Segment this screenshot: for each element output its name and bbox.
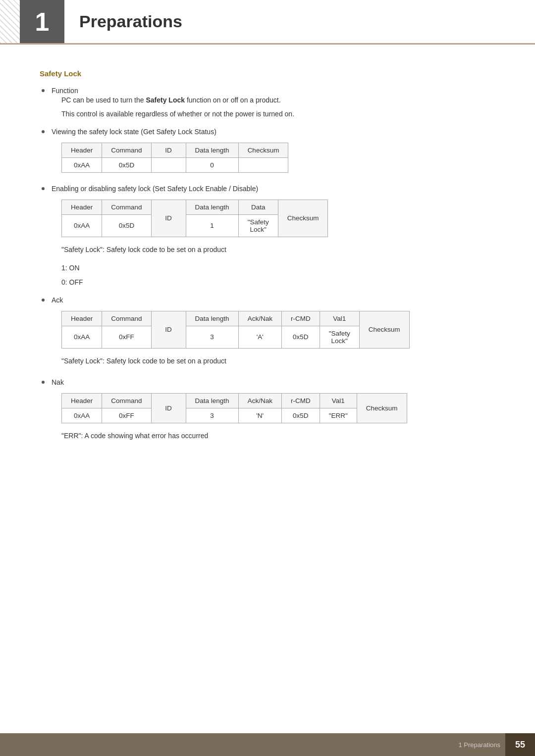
bullet-dot-nak bbox=[42, 381, 45, 384]
bullet-dot-enabling bbox=[42, 187, 45, 190]
table-get: Header Command ID Data length Checksum 0… bbox=[61, 143, 288, 173]
chapter-title-box: Preparations bbox=[64, 0, 535, 43]
ack-note: "Safety Lock": Safety lock code to be se… bbox=[52, 355, 495, 366]
th-n-id: ID bbox=[151, 393, 186, 423]
th-a-checksum: Checksum bbox=[359, 311, 409, 348]
footer-page-number: 55 bbox=[505, 733, 535, 756]
function-desc2: This control is available regardless of … bbox=[52, 108, 495, 119]
th-n-header: Header bbox=[62, 393, 102, 408]
function-desc1: PC can be used to turn the Safety Lock f… bbox=[52, 95, 495, 105]
td-s-header: 0xAA bbox=[62, 214, 102, 237]
th-s-id: ID bbox=[151, 200, 186, 237]
table-nak: Header Command ID Data length Ack/Nak r-… bbox=[61, 393, 407, 423]
td-a-header: 0xAA bbox=[62, 326, 102, 348]
table-ack-header-row: Header Command ID Data length Ack/Nak r-… bbox=[62, 311, 410, 326]
table-set-wrapper: Header Command ID Data length Data Check… bbox=[61, 200, 495, 237]
main-content: Safety Lock Function PC can be used to t… bbox=[0, 45, 535, 493]
td-n-val1: "ERR" bbox=[320, 408, 357, 423]
viewing-label: Viewing the safety lock state (Get Safet… bbox=[52, 128, 495, 136]
th-s-header: Header bbox=[62, 200, 102, 214]
section-title: Safety Lock bbox=[40, 69, 495, 78]
list-item-enabling: Enabling or disabling safety lock (Set S… bbox=[40, 185, 495, 291]
td-a-val1: "SafetyLock" bbox=[320, 326, 359, 348]
th-checksum1: Checksum bbox=[238, 143, 288, 157]
function-label: Function bbox=[52, 87, 495, 95]
list-item-function: Function PC can be used to turn the Safe… bbox=[40, 87, 495, 123]
td-datalength1: 0 bbox=[186, 157, 238, 172]
off-text: 0: OFF bbox=[52, 276, 495, 289]
table-get-wrapper: Header Command ID Data length Checksum 0… bbox=[61, 143, 495, 173]
bullet-content-enabling: Enabling or disabling safety lock (Set S… bbox=[52, 185, 495, 291]
table-get-data-row: 0xAA 0x5D 0 bbox=[62, 157, 288, 172]
td-n-header: 0xAA bbox=[62, 408, 102, 423]
list-item-ack: Ack Header Command ID Data length Ack/Na… bbox=[40, 296, 495, 373]
nak-note: "ERR": A code showing what error has occ… bbox=[52, 430, 495, 441]
ack-label: Ack bbox=[52, 296, 495, 304]
td-a-acknak: 'A' bbox=[238, 326, 281, 348]
th-a-datalength: Data length bbox=[186, 311, 238, 326]
table-nak-wrapper: Header Command ID Data length Ack/Nak r-… bbox=[61, 393, 495, 423]
table-ack-data-row: 0xAA 0xFF 3 'A' 0x5D "SafetyLock" bbox=[62, 326, 410, 348]
td-a-datalength: 3 bbox=[186, 326, 238, 348]
th-a-rcmd: r-CMD bbox=[281, 311, 320, 326]
td-a-rcmd: 0x5D bbox=[281, 326, 320, 348]
th-a-header: Header bbox=[62, 311, 102, 326]
td-command1: 0x5D bbox=[102, 157, 151, 172]
table-ack-wrapper: Header Command ID Data length Ack/Nak r-… bbox=[61, 311, 495, 349]
safety-lock-highlight: Safety Lock bbox=[146, 96, 185, 104]
th-n-rcmd: r-CMD bbox=[281, 393, 320, 408]
table-get-header-row: Header Command ID Data length Checksum bbox=[62, 143, 288, 157]
th-n-checksum: Checksum bbox=[357, 393, 407, 423]
bullet-content-nak: Nak Header Command ID Data length Ack/Na… bbox=[52, 378, 495, 448]
th-s-data: Data bbox=[238, 200, 278, 214]
td-n-command: 0xFF bbox=[102, 408, 151, 423]
th-n-datalength: Data length bbox=[186, 393, 238, 408]
td-n-rcmd: 0x5D bbox=[281, 408, 320, 423]
td-header1: 0xAA bbox=[62, 157, 102, 172]
enabling-label: Enabling or disabling safety lock (Set S… bbox=[52, 185, 495, 193]
th-n-command: Command bbox=[102, 393, 151, 408]
nak-label: Nak bbox=[52, 378, 495, 386]
table-set-header-row: Header Command ID Data length Data Check… bbox=[62, 200, 328, 214]
bullet-list: Function PC can be used to turn the Safe… bbox=[40, 87, 495, 448]
td-s-command: 0x5D bbox=[102, 214, 151, 237]
td-id1 bbox=[151, 157, 186, 172]
page-footer: 1 Preparations 55 bbox=[0, 733, 535, 756]
header-pattern bbox=[0, 0, 20, 43]
th-s-checksum: Checksum bbox=[278, 200, 328, 237]
table-ack: Header Command ID Data length Ack/Nak r-… bbox=[61, 311, 410, 349]
td-n-acknak: 'N' bbox=[238, 408, 281, 423]
th-a-val1: Val1 bbox=[320, 311, 359, 326]
th-datalength1: Data length bbox=[186, 143, 238, 157]
th-n-acknak: Ack/Nak bbox=[238, 393, 281, 408]
chapter-title: Preparations bbox=[79, 12, 182, 31]
td-s-datalength: 1 bbox=[186, 214, 238, 237]
td-checksum1 bbox=[238, 157, 288, 172]
list-item-viewing: Viewing the safety lock state (Get Safet… bbox=[40, 128, 495, 180]
th-s-command: Command bbox=[102, 200, 151, 214]
th-a-id: ID bbox=[151, 311, 186, 348]
bullet-dot-viewing bbox=[42, 130, 45, 133]
bullet-content-function: Function PC can be used to turn the Safe… bbox=[52, 87, 495, 123]
th-id1: ID bbox=[151, 143, 186, 157]
bullet-content-viewing: Viewing the safety lock state (Get Safet… bbox=[52, 128, 495, 180]
set-note1: "Safety Lock": Safety lock code to be se… bbox=[52, 244, 495, 255]
th-command1: Command bbox=[102, 143, 151, 157]
table-nak-data-row: 0xAA 0xFF 3 'N' 0x5D "ERR" bbox=[62, 408, 407, 423]
th-a-acknak: Ack/Nak bbox=[238, 311, 281, 326]
chapter-number: 1 bbox=[20, 0, 64, 43]
th-a-command: Command bbox=[102, 311, 151, 326]
list-item-nak: Nak Header Command ID Data length Ack/Na… bbox=[40, 378, 495, 448]
td-s-data: "SafetyLock" bbox=[238, 214, 278, 237]
th-n-val1: Val1 bbox=[320, 393, 357, 408]
table-set: Header Command ID Data length Data Check… bbox=[61, 200, 328, 237]
table-nak-header-row: Header Command ID Data length Ack/Nak r-… bbox=[62, 393, 407, 408]
page-header: 1 Preparations bbox=[0, 0, 535, 45]
footer-section-label: 1 Preparations bbox=[458, 741, 505, 749]
bullet-content-ack: Ack Header Command ID Data length Ack/Na… bbox=[52, 296, 495, 373]
td-a-command: 0xFF bbox=[102, 326, 151, 348]
th-header1: Header bbox=[62, 143, 102, 157]
th-s-datalength: Data length bbox=[186, 200, 238, 214]
on-text: 1: ON bbox=[52, 262, 495, 274]
bullet-dot-ack bbox=[42, 299, 45, 302]
